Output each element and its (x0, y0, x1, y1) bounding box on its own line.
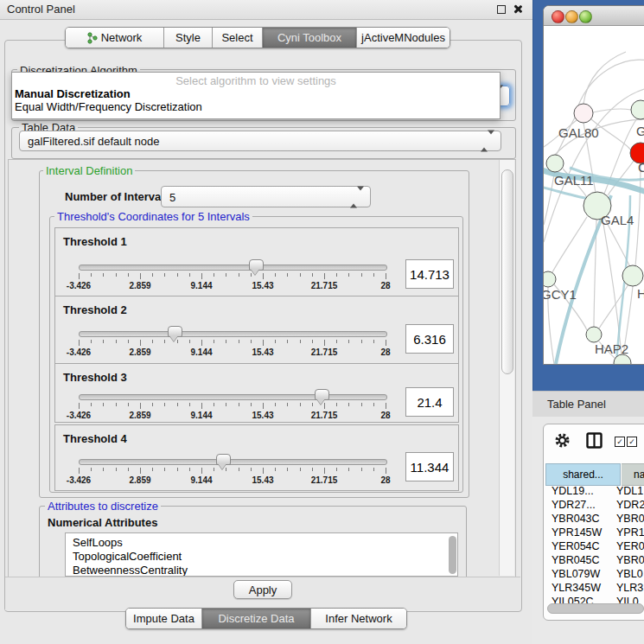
network-node-label: GAL80 (558, 125, 599, 140)
attribute-list-item[interactable]: SelfLoops (66, 533, 457, 550)
slider-tick (239, 340, 239, 343)
threshold-value-field[interactable]: 11.344 (405, 452, 454, 481)
combo-arrows-icon (481, 135, 494, 148)
network-window-titlebar[interactable] (544, 6, 644, 26)
column-header-name[interactable]: na (622, 463, 644, 486)
slider-tick (373, 403, 374, 406)
tab-cyni-toolbox[interactable]: Cyni Toolbox (262, 28, 356, 48)
threshold-value-field[interactable]: 6.316 (405, 324, 454, 354)
slider-thumb[interactable] (168, 326, 182, 337)
zoom-traffic-light[interactable] (579, 10, 592, 23)
slider-track[interactable] (79, 265, 387, 271)
attributes-list[interactable]: SelfLoopsTopologicalCoefficientBetweenne… (65, 532, 458, 577)
table-row[interactable]: YLR345WYLR3 (544, 581, 644, 595)
network-edge (552, 217, 587, 272)
slider-tick (348, 403, 349, 406)
slider-tick-label: 28 (380, 281, 390, 290)
settings-scrollbar-track[interactable] (499, 160, 514, 576)
slider-tick (361, 273, 362, 277)
network-node-label: GCY1 (544, 287, 577, 302)
attribute-list-item[interactable]: BetweennessCentrality (66, 564, 457, 577)
network-node[interactable] (544, 271, 556, 287)
slider-tick (164, 340, 165, 343)
slider-tick (177, 403, 178, 406)
slider-tick (201, 273, 202, 279)
network-node-label: HAP2 (595, 341, 628, 356)
settings-scrollbar-thumb[interactable] (501, 169, 513, 374)
network-node-label: C (638, 160, 644, 175)
threshold-value-field[interactable]: 14.713 (405, 259, 454, 289)
checkbox-icon[interactable]: ✓ (615, 437, 625, 447)
table-row[interactable]: YPR145WYPR1 (544, 526, 644, 539)
tab-network[interactable]: Network (66, 28, 163, 48)
slider-track[interactable] (79, 459, 387, 465)
slider-thumb[interactable] (315, 389, 329, 400)
tab-jactivemnodules[interactable]: jActiveMNodules (356, 28, 450, 48)
slider-thumb[interactable] (249, 259, 264, 271)
slider-tick (116, 403, 117, 406)
slider-tick (128, 468, 129, 471)
table-row[interactable]: YBR043CYBR0 (544, 512, 644, 526)
network-node[interactable] (546, 155, 564, 172)
apply-button[interactable]: Apply (233, 580, 292, 599)
slider-tick-label: 21.715 (311, 411, 338, 420)
network-node-label: GA (636, 124, 644, 138)
slider-tick (263, 340, 264, 346)
slider-tick (312, 403, 313, 406)
minimize-traffic-light[interactable] (565, 10, 578, 23)
table-row[interactable]: YER054CYER0 (544, 539, 644, 553)
tab-style[interactable]: Style (163, 28, 212, 48)
tab-discretize-data[interactable]: Discretize Data (201, 609, 310, 628)
network-node[interactable] (631, 100, 644, 119)
cell-name: YLR3 (616, 582, 643, 594)
attribute-list-item[interactable]: TopologicalCoefficient (66, 550, 457, 564)
close-icon[interactable] (513, 4, 522, 14)
table-row[interactable]: YBL079WYBL0 (544, 567, 644, 581)
table-row[interactable]: YDR27...YDR2 (544, 498, 644, 512)
tab-select[interactable]: Select (212, 28, 262, 48)
cell-shared-name: YDR27... (552, 499, 596, 511)
popup-item-1[interactable]: Manual Discretization (15, 87, 131, 100)
slider-tick-label: 28 (380, 475, 390, 485)
table-data-combo[interactable]: galFiltered.sif default node (19, 131, 501, 151)
list-scrollbar[interactable] (449, 536, 456, 574)
slider-tick (251, 468, 252, 471)
column-layout-icon[interactable] (586, 432, 603, 449)
column-header-shared-name[interactable]: shared... (545, 463, 621, 486)
tab-label: Select (221, 31, 252, 44)
tab-infer-network[interactable]: Infer Network (310, 609, 406, 628)
network-node[interactable] (574, 104, 593, 123)
slider-tick (361, 468, 362, 471)
slider-tick (336, 340, 337, 343)
tab-impute-data[interactable]: Impute Data (126, 609, 201, 628)
control-panel-titlebar: Control Panel (0, 0, 532, 20)
cell-shared-name: YLR345W (552, 582, 601, 594)
network-edge (593, 109, 631, 112)
network-node[interactable] (622, 265, 643, 286)
slider-tick (263, 273, 264, 279)
threshold-value-field[interactable]: 21.4 (405, 387, 454, 417)
close-traffic-light[interactable] (552, 10, 564, 23)
float-window-icon[interactable] (497, 5, 506, 14)
table-row[interactable]: YBR045CYBR0 (544, 553, 644, 567)
slider-tick (287, 403, 288, 406)
gear-icon[interactable] (554, 432, 571, 449)
popup-item-2[interactable]: Equal Width/Frequency Discretization (15, 100, 202, 113)
num-intervals-combo[interactable]: 5 (161, 186, 371, 207)
network-node[interactable] (586, 327, 602, 342)
slider-tick (214, 468, 214, 471)
slider-thumb[interactable] (216, 454, 231, 465)
table-horizontal-scrollbar[interactable] (547, 603, 644, 614)
checkbox-icon[interactable]: ✓ (627, 437, 637, 447)
slider-tick (116, 468, 117, 471)
network-canvas[interactable]: GAL80GAGAL11CGAL4GCY1HHAP2 (544, 26, 644, 364)
table-row[interactable]: YDL19...YDL1 (544, 484, 644, 498)
network-icon (87, 32, 98, 44)
slider-tick (140, 273, 141, 279)
slider-tick (226, 340, 226, 343)
slider-track[interactable] (79, 331, 387, 337)
slider-tick (177, 468, 178, 471)
num-intervals-label: Number of Intervals (65, 190, 170, 203)
slider-tick (103, 340, 104, 343)
slider-track[interactable] (79, 394, 387, 400)
